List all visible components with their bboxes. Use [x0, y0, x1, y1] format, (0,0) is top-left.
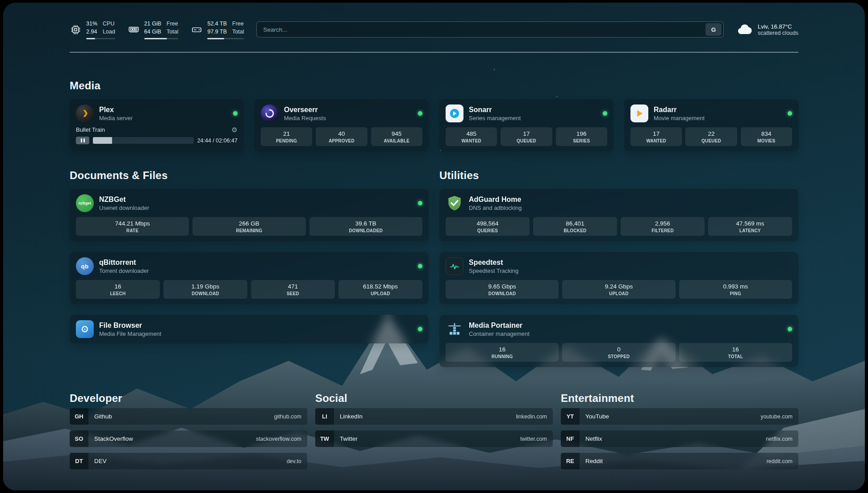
service-header: nzbgetNZBGetUsenet downloader: [76, 194, 422, 212]
service-card-adguard[interactable]: AdGuard HomeDNS and adblocking498,564QUE…: [439, 189, 798, 241]
stat-label: DOWNLOAD: [164, 291, 246, 296]
stat-value: 744.21 Mbps: [77, 220, 188, 227]
stat-value: 471: [252, 283, 334, 290]
stat-label: STOPPED: [563, 354, 674, 359]
stat-filtered: 2,956FILTERED: [621, 217, 705, 236]
stat-label: WANTED: [447, 138, 496, 143]
playback-controls: 24:44 / 02:06:47: [76, 137, 238, 144]
bookmark-group-entertainment: Entertainment YTYouTubeyoutube.comNFNetf…: [561, 392, 798, 469]
stat-label: PING: [680, 291, 791, 296]
service-meta: RadarrMovie management: [654, 105, 705, 121]
bookmark-dev[interactable]: DTDEVdev.to: [70, 453, 307, 469]
bookmark-netflix[interactable]: NFNetflixnetflix.com: [561, 430, 798, 447]
stat-download: 9.65 GbpsDOWNLOAD: [446, 280, 559, 299]
pause-icon[interactable]: [76, 137, 89, 144]
bookmark-reddit[interactable]: RERedditreddit.com: [561, 453, 798, 469]
gear-icon[interactable]: ⚙: [232, 126, 238, 133]
stat-label: RATE: [77, 228, 188, 233]
stat-value: 618.52 Mbps: [339, 283, 421, 290]
bookmark-github[interactable]: GHGithubgithub.com: [70, 408, 307, 425]
stat-label: PENDING: [262, 138, 311, 143]
stat-value: 17: [501, 130, 551, 137]
service-name: Sonarr: [469, 105, 521, 114]
service-card-portainer[interactable]: Media PortainerContainer management16RUN…: [439, 315, 798, 367]
service-card-sonarr[interactable]: SonarrSeries management485WANTED17QUEUED…: [439, 99, 613, 151]
stat-leech: 16LEECH: [76, 280, 160, 299]
media-cards: PlexMedia serverBullet Train⚙24:44 / 02:…: [70, 99, 798, 151]
weather-widget: Lviv, 16.87°C scattered clouds: [736, 21, 798, 38]
bookmark-group-developer: Developer GHGithubgithub.comSOStackOverf…: [70, 392, 307, 469]
stat-label: REMAINING: [193, 228, 305, 233]
service-card-filebrowser[interactable]: File BrowserMedia File Management: [70, 315, 429, 343]
stat-value: 485: [447, 130, 496, 137]
search-bar[interactable]: G: [256, 21, 724, 38]
service-card-nzbget[interactable]: nzbgetNZBGetUsenet downloader744.21 Mbps…: [70, 189, 429, 241]
service-card-radarr[interactable]: RadarrMovie management17WANTED22QUEUED83…: [624, 99, 798, 151]
status-dot-online: [418, 327, 422, 331]
section-title-utilities: Utilities: [439, 169, 798, 182]
bookmark-abbr-badge: RE: [561, 453, 580, 469]
service-card-speedtest[interactable]: SpeedtestSpeedtest Tracking9.65 GbpsDOWN…: [439, 252, 798, 304]
cpu-progress-bar: [86, 38, 115, 39]
memory-total-value: 64 GiB: [144, 28, 161, 36]
documents-files-cards: nzbgetNZBGetUsenet downloader744.21 Mbps…: [70, 189, 429, 343]
service-card-plex[interactable]: PlexMedia serverBullet Train⚙24:44 / 02:…: [70, 99, 244, 151]
service-card-overseerr[interactable]: OverseerrMedia Requests21PENDING40APPROV…: [255, 99, 429, 151]
bookmarks-section: Developer GHGithubgithub.comSOStackOverf…: [70, 392, 798, 469]
now-playing-widget: Bullet Train⚙24:44 / 02:06:47: [76, 126, 238, 144]
service-meta: SpeedtestSpeedtest Tracking: [469, 258, 518, 274]
stat-value: 9.24 Gbps: [563, 283, 674, 290]
stat-value: 39.6 TB: [310, 220, 421, 227]
search-input[interactable]: [257, 22, 705, 37]
stat-value: 21: [262, 130, 311, 137]
bookmark-url: github.com: [274, 414, 301, 420]
bookmark-stackoverflow[interactable]: SOStackOverflowstackoverflow.com: [70, 430, 307, 447]
service-description: Torrent downloader: [99, 267, 149, 274]
service-description: Series management: [469, 115, 521, 121]
service-stats: 498,564QUERIES86,401BLOCKED2,956FILTERED…: [446, 217, 792, 236]
stat-label: SEED: [252, 291, 334, 296]
stat-queued: 22QUEUED: [685, 127, 737, 146]
disk-free-value: 52.4 TB: [207, 20, 227, 28]
service-header: Media PortainerContainer management: [446, 320, 792, 338]
bookmark-youtube[interactable]: YTYouTubeyoutube.com: [561, 408, 798, 425]
weather-condition: scattered clouds: [758, 30, 798, 36]
service-description: Speedtest Tracking: [469, 267, 518, 274]
stat-seed: 471SEED: [251, 280, 335, 299]
disk-progress-bar: [207, 38, 244, 39]
search-provider-button[interactable]: G: [705, 23, 722, 36]
bookmark-abbr-badge: NF: [561, 430, 580, 447]
service-header: qbqBittorrentTorrent downloader: [76, 257, 422, 275]
memory-icon: [128, 24, 140, 36]
service-meta: PlexMedia server: [99, 105, 133, 121]
stat-label: QUERIES: [447, 228, 529, 233]
stat-value: 2,956: [622, 220, 704, 227]
stat-queries: 498,564QUERIES: [446, 217, 530, 236]
bookmark-name: Reddit: [585, 458, 603, 464]
service-header: RadarrMovie management: [630, 104, 792, 122]
stat-label: UPLOAD: [563, 291, 674, 296]
stat-series: 196SERIES: [556, 127, 607, 146]
service-card-qbittorrent[interactable]: qbqBittorrentTorrent downloader16LEECH1.…: [70, 252, 429, 304]
status-dot-online: [233, 111, 238, 116]
bookmark-twitter[interactable]: TWTwittertwitter.com: [315, 430, 553, 447]
service-meta: NZBGetUsenet downloader: [99, 195, 149, 211]
service-stats: 16RUNNING0STOPPED16TOTAL: [446, 343, 792, 362]
bookmark-linkedin[interactable]: LILinkedInlinkedin.com: [315, 408, 553, 425]
stat-value: 196: [557, 130, 606, 137]
disk-total-value: 97.9 TB: [207, 28, 227, 36]
bookmark-abbr-badge: GH: [70, 408, 88, 425]
weather-location: Lviv, 16.87°C: [758, 23, 798, 30]
service-header: PlexMedia server: [76, 104, 238, 122]
service-meta: SonarrSeries management: [469, 105, 521, 121]
memory-free-label: Free: [167, 20, 178, 28]
now-playing-title: Bullet Train: [76, 126, 105, 133]
service-meta: AdGuard HomeDNS and adblocking: [469, 195, 522, 211]
dashboard-page: 31% 2.94 CPU Load: [70, 3, 798, 469]
service-header: AdGuard HomeDNS and adblocking: [446, 194, 792, 212]
stat-latency: 47.569 msLATENCY: [708, 217, 792, 236]
stat-label: LATENCY: [709, 228, 791, 233]
bookmark-abbr-badge: YT: [561, 408, 580, 425]
section-title-developer: Developer: [70, 392, 307, 405]
cpu-load-value: 2.94: [86, 28, 97, 36]
